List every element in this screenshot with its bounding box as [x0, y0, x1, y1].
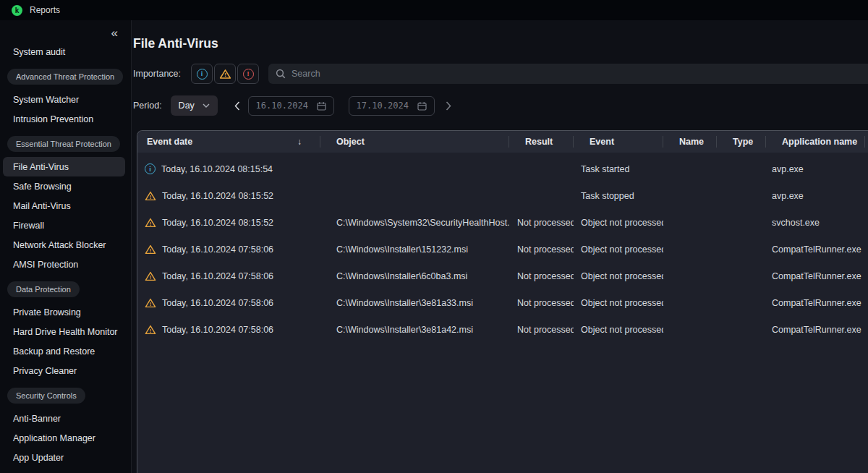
importance-warning-button[interactable]: !	[214, 64, 236, 84]
chevron-down-icon	[203, 103, 210, 108]
sidebar-item-amsi-protection[interactable]: AMSI Protection	[3, 255, 125, 274]
cell-event: Task stopped	[574, 191, 663, 201]
sort-descending-icon[interactable]: ↓	[297, 137, 302, 147]
table-row[interactable]: i ! Today, 16.10.2024 07:58:06 C:\Window…	[137, 263, 868, 289]
sidebar-item-safe-browsing[interactable]: Safe Browsing	[3, 176, 125, 196]
cell-object: C:\Windows\Installer\6c0ba3.msi	[320, 271, 509, 281]
cell-event-date: Today, 16.10.2024 07:58:06	[162, 271, 273, 281]
cell-event-date: Today, 16.10.2024 07:58:06	[162, 325, 273, 335]
sidebar-item-mail-anti-virus[interactable]: Mail Anti-Virus	[3, 196, 125, 216]
column-header-event[interactable]: Event	[574, 131, 663, 153]
sidebar-item-privacy-cleaner[interactable]: Privacy Cleaner	[3, 361, 125, 380]
date-to-value: 17.10.2024	[357, 101, 409, 111]
sidebar-item-label: Mail Anti-Virus	[13, 201, 71, 211]
svg-text:!: !	[150, 220, 152, 226]
sidebar-item-label: AMSI Protection	[13, 260, 78, 270]
page-title: File Anti-Virus	[133, 36, 218, 51]
svg-text:!: !	[150, 273, 152, 280]
column-header-event-date[interactable]: Event date ↓	[137, 131, 320, 153]
table-row[interactable]: i ! Today, 16.10.2024 07:58:06 C:\Window…	[137, 289, 868, 316]
warning-icon: !	[145, 271, 156, 281]
sidebar-item-hard-drive-health-monitor[interactable]: Hard Drive Health Monitor	[3, 322, 125, 341]
cell-event-date: Today, 16.10.2024 07:58:06	[162, 244, 273, 255]
importance-filter-group: i ! !	[191, 64, 259, 84]
warning-icon: !	[145, 244, 156, 255]
sidebar-item-application-manager[interactable]: Application Manager	[3, 428, 125, 448]
importance-critical-button[interactable]: !	[237, 64, 259, 84]
svg-text:!: !	[150, 327, 152, 333]
column-header-filler	[865, 131, 868, 153]
column-header-application-name[interactable]: Application name	[766, 131, 865, 153]
warning-icon: !	[145, 218, 156, 228]
period-dropdown-value: Day	[179, 101, 195, 111]
sidebar-item-firewall[interactable]: Firewall	[3, 216, 125, 235]
calendar-icon	[317, 101, 326, 111]
cell-event: Object not processed	[574, 271, 663, 281]
column-header-type[interactable]: Type	[717, 131, 766, 153]
cell-application-name: CompatTelRunner.exe	[766, 325, 865, 335]
sidebar-item-label: Privacy Cleaner	[13, 366, 77, 376]
sidebar-item-private-browsing[interactable]: Private Browsing	[3, 302, 125, 322]
svg-text:!: !	[224, 72, 226, 78]
sidebar-item-system-watcher[interactable]: System Watcher	[3, 90, 125, 109]
sidebar-item-label: Hard Drive Health Monitor	[13, 327, 118, 337]
warning-icon: !	[145, 298, 156, 308]
table-row[interactable]: i ! Today, 16.10.2024 08:15:52 Task stop…	[137, 182, 868, 209]
cell-application-name: svchost.exe	[766, 218, 865, 228]
next-period-button[interactable]	[442, 95, 455, 116]
sidebar-item-label: Safe Browsing	[13, 182, 72, 192]
cell-event-date: Today, 16.10.2024 08:15:54	[161, 164, 273, 174]
cell-event: Object not processed	[574, 298, 663, 308]
search-box[interactable]	[268, 64, 868, 84]
cell-application-name: avp.exe	[766, 191, 865, 201]
cell-result: Not processed	[509, 244, 574, 255]
app-titlebar: k Reports	[0, 0, 868, 20]
sidebar-collapse-icon[interactable]: «	[111, 27, 118, 39]
sidebar-item-file-anti-virus[interactable]: File Anti-Virus	[3, 157, 125, 176]
sidebar-item-label: System Watcher	[13, 95, 79, 105]
sidebar-item-label: System audit	[13, 47, 65, 57]
info-icon: i	[145, 163, 156, 174]
importance-info-button[interactable]: i	[191, 64, 213, 84]
search-input[interactable]	[292, 69, 798, 79]
table-row[interactable]: i ! Today, 16.10.2024 08:15:52 C:\Window…	[137, 209, 868, 236]
cell-result: Not processed	[509, 218, 574, 228]
period-label: Period:	[133, 101, 162, 111]
calendar-icon	[417, 101, 427, 111]
sidebar-item-label: Application Manager	[13, 433, 95, 443]
cell-application-name: CompatTelRunner.exe	[766, 298, 865, 308]
cell-event: Object not processed	[574, 244, 663, 255]
period-dropdown[interactable]: Day	[171, 95, 218, 116]
table-row[interactable]: i ! Today, 16.10.2024 07:58:06 C:\Window…	[137, 236, 868, 263]
date-to-field[interactable]: 17.10.2024	[349, 96, 435, 116]
cell-result: Not processed	[509, 298, 574, 308]
app-title: Reports	[30, 5, 60, 15]
sidebar-item-anti-banner[interactable]: Anti-Banner	[3, 409, 125, 428]
cell-event-date: Today, 16.10.2024 07:58:06	[162, 298, 273, 308]
sidebar-item-network-attack-blocker[interactable]: Network Attack Blocker	[3, 235, 125, 255]
table-row[interactable]: i ! Today, 16.10.2024 07:58:06 C:\Window…	[137, 316, 868, 343]
cell-application-name: avp.exe	[766, 164, 865, 174]
sidebar-item-app-updater[interactable]: App Updater	[3, 448, 125, 467]
column-header-name[interactable]: Name	[663, 131, 717, 153]
cell-object: C:\Windows\Installer\3e81a33.msi	[320, 298, 509, 308]
date-from-field[interactable]: 16.10.2024	[248, 96, 334, 116]
cell-object: C:\Windows\System32\SecurityHealthHost.e…	[320, 218, 509, 228]
warning-icon: !	[219, 69, 231, 80]
sidebar-item-label: Backup and Restore	[13, 346, 95, 357]
sidebar-group-badge: Security Controls	[7, 388, 85, 404]
warning-icon: !	[145, 191, 156, 201]
reports-sidebar: « System audit Advanced Threat Protectio…	[0, 20, 132, 473]
cell-event: Task started	[574, 164, 663, 174]
previous-period-button[interactable]	[231, 95, 244, 116]
table-row[interactable]: i ! Today, 16.10.2024 08:15:54 Task star…	[137, 155, 868, 182]
column-header-result[interactable]: Result	[509, 131, 574, 153]
sidebar-item-backup-and-restore[interactable]: Backup and Restore	[3, 341, 125, 361]
sidebar-item-intrusion-prevention[interactable]: Intrusion Prevention	[3, 109, 125, 129]
svg-text:!: !	[150, 300, 152, 307]
kaspersky-logo-icon: k	[12, 5, 22, 16]
sidebar-item-system-audit[interactable]: System audit	[3, 42, 125, 61]
column-header-object[interactable]: Object	[320, 131, 509, 153]
cell-event: Object not processed	[574, 218, 663, 228]
cell-event: Object not processed	[574, 325, 663, 335]
